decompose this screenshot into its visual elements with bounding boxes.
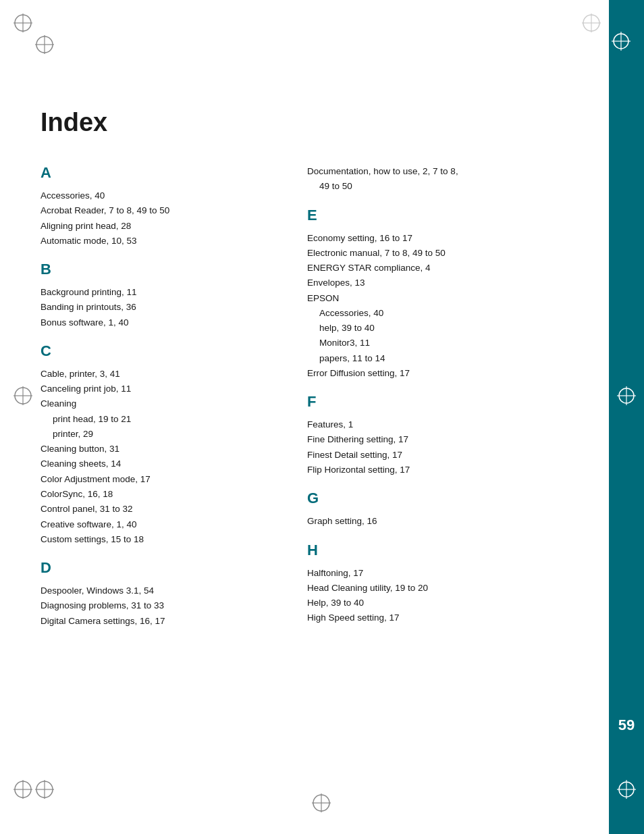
entry-creative: Creative software, 1, 40: [41, 517, 280, 532]
entry-energy-star: ENERGY STAR compliance, 4: [307, 261, 547, 276]
entry-cleaning-sheets: Cleaning sheets, 14: [41, 457, 280, 471]
section-a: A Accessories, 40 Acrobat Reader, 7 to 8…: [41, 164, 280, 249]
entry-features: Features, 1: [307, 417, 547, 432]
entry-finest-detail: Finest Detail setting, 17: [307, 448, 547, 463]
entry-digital-camera: Digital Camera settings, 16, 17: [41, 614, 280, 629]
entry-error-diffusion: Error Diffusion setting, 17: [307, 366, 547, 381]
section-b: B Background printing, 11 Banding in pri…: [41, 261, 280, 330]
entry-epson-help: help, 39 to 40: [307, 321, 547, 336]
entry-diagnosing: Diagnosing problems, 31 to 33: [41, 598, 280, 613]
section-letter-b: B: [41, 261, 280, 278]
entry-envelopes: Envelopes, 13: [307, 276, 547, 290]
entry-high-speed: High Speed setting, 17: [307, 610, 547, 625]
entry-canceling: Canceling print job, 11: [41, 382, 280, 396]
entry-color-adj: Color Adjustment mode, 17: [41, 472, 280, 487]
entry-control-panel: Control panel, 31 to 32: [41, 502, 280, 517]
section-f: F Features, 1 Fine Dithering setting, 17…: [307, 393, 547, 477]
entry-cleaning-button: Cleaning button, 31: [41, 442, 280, 457]
entry-cleaning: Cleaning: [41, 396, 280, 411]
reg-mark-top-right-inner: [610, 30, 632, 52]
reg-mark-top-left-outer: [12, 12, 34, 34]
reg-mark-top-left-inner: [34, 34, 55, 55]
section-letter-f: F: [307, 393, 547, 411]
left-column: A Accessories, 40 Acrobat Reader, 7 to 8…: [41, 164, 280, 641]
section-letter-d: D: [41, 559, 280, 577]
entry-help: Help, 39 to 40: [307, 596, 547, 610]
reg-mark-top-right: [581, 12, 602, 34]
main-content: Index A Accessories, 40 Acrobat Reader, …: [41, 108, 601, 641]
entry-graph: Graph setting, 16: [307, 514, 547, 529]
section-letter-h: H: [307, 542, 547, 559]
entry-colorsync: ColorSync, 16, 18: [41, 487, 280, 502]
section-c: C Cable, printer, 3, 41 Canceling print …: [41, 342, 280, 547]
section-letter-g: G: [307, 490, 547, 507]
section-letter-e: E: [307, 207, 547, 224]
entry-head-cleaning: Head Cleaning utility, 19 to 20: [307, 581, 547, 596]
entry-automatic: Automatic mode, 10, 53: [41, 234, 280, 249]
entry-despooler: Despooler, Windows 3.1, 54: [41, 583, 280, 598]
entry-bonus: Bonus software, 1, 40: [41, 315, 280, 330]
entry-custom: Custom settings, 15 to 18: [41, 532, 280, 547]
reg-mark-mid-left: [12, 385, 34, 407]
section-g: G Graph setting, 16: [307, 490, 547, 529]
reg-mark-bottom-left-outer: [12, 779, 34, 800]
section-d: D Despooler, Windows 3.1, 54 Diagnosing …: [41, 559, 280, 629]
entry-epson-monitor: Monitor3, 11: [307, 336, 547, 350]
section-h: H Halftoning, 17 Head Cleaning utility, …: [307, 542, 547, 626]
sidebar: [609, 0, 644, 834]
entry-banding: Banding in printouts, 36: [41, 300, 280, 315]
section-letter-c: C: [41, 342, 280, 360]
entry-epson-accessories: Accessories, 40: [307, 306, 547, 321]
entry-cable: Cable, printer, 3, 41: [41, 367, 280, 382]
right-column: Documentation, how to use, 2, 7 to 8, 49…: [307, 164, 547, 641]
entry-acrobat: Acrobat Reader, 7 to 8, 49 to 50: [41, 203, 280, 218]
entry-halftoning: Halftoning, 17: [307, 566, 547, 581]
reg-mark-bottom-left-inner: [34, 779, 55, 800]
entry-cleaning-printer: printer, 29: [41, 427, 280, 442]
entry-documentation-cont: 49 to 50: [307, 179, 547, 194]
reg-mark-bottom-right: [616, 779, 637, 800]
entry-flip-horizontal: Flip Horizontal setting, 17: [307, 463, 547, 477]
entry-fine-dithering: Fine Dithering setting, 17: [307, 432, 547, 447]
index-columns: A Accessories, 40 Acrobat Reader, 7 to 8…: [41, 164, 547, 641]
entry-economy: Economy setting, 16 to 17: [307, 231, 547, 246]
page-number: 59: [609, 711, 644, 739]
section-e: E Economy setting, 16 to 17 Electronic m…: [307, 207, 547, 382]
entry-documentation: Documentation, how to use, 2, 7 to 8,: [307, 164, 547, 179]
entry-background: Background printing, 11: [41, 285, 280, 300]
reg-mark-bottom-center: [311, 792, 332, 814]
reg-mark-mid-right: [616, 385, 637, 407]
section-letter-a: A: [41, 164, 280, 182]
entry-epson-papers: papers, 11 to 14: [307, 351, 547, 366]
entry-aligning: Aligning print head, 28: [41, 219, 280, 234]
section-doc: Documentation, how to use, 2, 7 to 8, 49…: [307, 164, 547, 194]
entry-electronic: Electronic manual, 7 to 8, 49 to 50: [307, 246, 547, 261]
entry-epson: EPSON: [307, 291, 547, 306]
entry-cleaning-printhead: print head, 19 to 21: [41, 412, 280, 427]
entry-accessories: Accessories, 40: [41, 188, 280, 203]
page-title: Index: [41, 108, 547, 137]
